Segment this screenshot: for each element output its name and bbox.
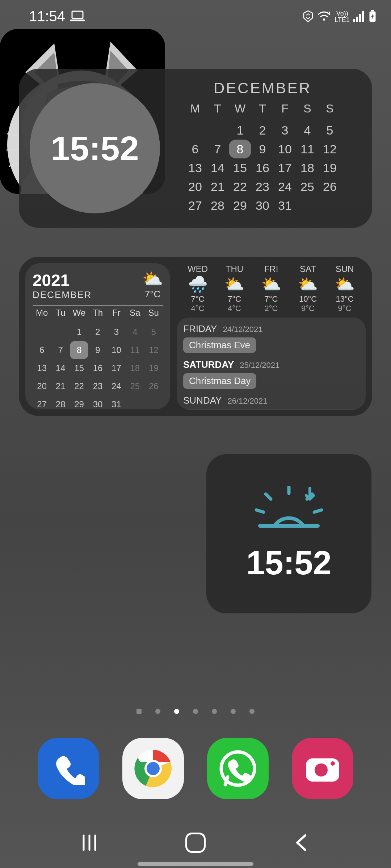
- widget-calendar-weather[interactable]: 2021 DECEMBER ⛅ 7°C MoTuWeThFrSaSu123456…: [19, 257, 372, 416]
- mini-day[interactable]: 3: [107, 323, 126, 341]
- calendar-day[interactable]: 8: [229, 140, 251, 158]
- event-date: 25/12/2021: [240, 361, 279, 370]
- calendar-day[interactable]: 27: [184, 196, 206, 215]
- calendar-day[interactable]: 3: [274, 121, 296, 140]
- calendar-day[interactable]: 30: [251, 196, 274, 215]
- calendar-dow: T: [206, 102, 229, 121]
- mini-day[interactable]: 22: [70, 377, 88, 395]
- calendar-day[interactable]: 15: [229, 158, 251, 177]
- mini-day[interactable]: 19: [144, 359, 163, 377]
- divider: [33, 305, 163, 306]
- mini-day[interactable]: 26: [144, 377, 163, 395]
- calendar-day[interactable]: 28: [206, 196, 229, 215]
- events-list[interactable]: FRIDAY24/12/2021Christmas EveSATURDAY25/…: [177, 318, 366, 409]
- dock: [0, 738, 391, 799]
- app-chrome[interactable]: [122, 738, 184, 799]
- event-row[interactable]: SATURDAY25/12/2021Christmas Day: [183, 356, 359, 392]
- mini-day[interactable]: 20: [33, 377, 51, 395]
- mini-day[interactable]: 27: [33, 395, 51, 413]
- calendar-day[interactable]: 26: [319, 177, 341, 196]
- page-indicator[interactable]: [0, 709, 391, 714]
- widget-clock-calendar[interactable]: 15:52 DECEMBER MTWTFSS123456789101112131…: [19, 69, 372, 228]
- calendar-day[interactable]: 19: [319, 158, 341, 177]
- mini-day[interactable]: 25: [126, 377, 144, 395]
- calendar-day[interactable]: 25: [296, 177, 319, 196]
- calendar-day[interactable]: 18: [296, 158, 319, 177]
- calendar-day[interactable]: 1: [229, 121, 251, 140]
- calendar-day[interactable]: [206, 121, 229, 140]
- mini-day[interactable]: [33, 323, 51, 341]
- mini-day[interactable]: 21: [51, 377, 70, 395]
- calendar-day[interactable]: 23: [251, 177, 274, 196]
- mini-day[interactable]: 23: [88, 377, 107, 395]
- nav-back[interactable]: [291, 833, 312, 853]
- mini-day[interactable]: 24: [107, 377, 126, 395]
- event-row[interactable]: SUNDAY26/12/2021: [183, 392, 359, 409]
- mini-day[interactable]: 15: [70, 359, 88, 377]
- calendar-day[interactable]: 11: [296, 140, 319, 158]
- calendar-day[interactable]: 12: [319, 140, 341, 158]
- calendar-day[interactable]: 17: [274, 158, 296, 177]
- calendar-day[interactable]: 16: [251, 158, 274, 177]
- widget-sunset-clock[interactable]: 15:52: [206, 454, 371, 613]
- calendar-day[interactable]: 7: [206, 140, 229, 158]
- app-phone[interactable]: [38, 738, 99, 799]
- app-whatsapp[interactable]: [207, 738, 269, 799]
- mini-day[interactable]: 1: [70, 323, 88, 341]
- page-dot[interactable]: [174, 709, 179, 714]
- mini-day[interactable]: 4: [126, 323, 144, 341]
- status-left: 11:54: [29, 8, 85, 25]
- calendar-day[interactable]: 4: [296, 121, 319, 140]
- calendar-day[interactable]: 29: [229, 196, 251, 215]
- mini-day[interactable]: 13: [33, 359, 51, 377]
- mini-day[interactable]: [51, 323, 70, 341]
- page-dot[interactable]: [193, 709, 198, 714]
- mini-day[interactable]: [144, 395, 163, 413]
- mini-day[interactable]: 10: [107, 341, 126, 359]
- page-dot[interactable]: [231, 709, 236, 714]
- calendar-day[interactable]: [319, 196, 341, 215]
- calendar-day[interactable]: 21: [206, 177, 229, 196]
- mini-day[interactable]: 8: [70, 341, 88, 359]
- nav-recents[interactable]: [79, 833, 100, 853]
- page-dot[interactable]: [212, 709, 217, 714]
- page-dot[interactable]: [249, 709, 255, 714]
- mini-day[interactable]: 17: [107, 359, 126, 377]
- calendar-day[interactable]: 10: [274, 140, 296, 158]
- mini-day[interactable]: 29: [70, 395, 88, 413]
- page-dot[interactable]: [155, 709, 160, 714]
- mini-day[interactable]: 28: [51, 395, 70, 413]
- calendar-day[interactable]: 20: [184, 177, 206, 196]
- event-row[interactable]: FRIDAY24/12/2021Christmas Eve: [183, 323, 359, 356]
- gesture-handle[interactable]: [138, 862, 253, 866]
- calendar-day[interactable]: 22: [229, 177, 251, 196]
- calendar-day[interactable]: 13: [184, 158, 206, 177]
- mini-day[interactable]: 31: [107, 395, 126, 413]
- calendar-day[interactable]: 5: [319, 121, 341, 140]
- calendar-dow: S: [296, 102, 319, 121]
- mini-day[interactable]: 16: [88, 359, 107, 377]
- mini-day[interactable]: 30: [88, 395, 107, 413]
- mini-day[interactable]: 11: [126, 341, 144, 359]
- calendar-day[interactable]: 14: [206, 158, 229, 177]
- mini-day[interactable]: 2: [88, 323, 107, 341]
- mini-day[interactable]: [126, 395, 144, 413]
- mini-day[interactable]: 5: [144, 323, 163, 341]
- mini-day[interactable]: 18: [126, 359, 144, 377]
- page-dot[interactable]: [136, 709, 142, 714]
- calendar-day[interactable]: 31: [274, 196, 296, 215]
- mini-day[interactable]: 14: [51, 359, 70, 377]
- nav-home[interactable]: [185, 833, 206, 853]
- mini-day[interactable]: 6: [33, 341, 51, 359]
- temp-now: 7°C: [142, 289, 163, 300]
- app-camera[interactable]: [292, 738, 353, 799]
- calendar-day[interactable]: [296, 196, 319, 215]
- mini-day[interactable]: 9: [88, 341, 107, 359]
- calendar-day[interactable]: [184, 121, 206, 140]
- calendar-day[interactable]: 6: [184, 140, 206, 158]
- calendar-day[interactable]: 24: [274, 177, 296, 196]
- calendar-day[interactable]: 9: [251, 140, 274, 158]
- mini-day[interactable]: 12: [144, 341, 163, 359]
- calendar-day[interactable]: 2: [251, 121, 274, 140]
- mini-day[interactable]: 7: [51, 341, 70, 359]
